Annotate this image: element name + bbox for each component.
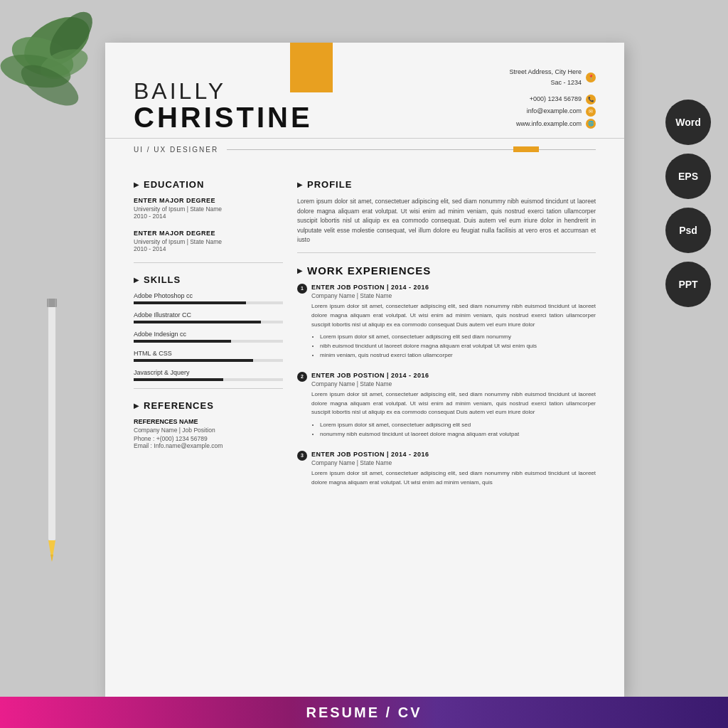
skill-bar-bg-4 xyxy=(134,359,283,362)
name-section: BAILLY CHRISTINE xyxy=(134,64,313,134)
work-bullets-2: Lorem ipsum dolor sit amet, consectetuer… xyxy=(311,421,596,439)
resume-header: BAILLY CHRISTINE Street Address, City He… xyxy=(105,43,624,134)
work-title-3: ENTER JOB POSTION | 2014 - 2016 xyxy=(311,451,596,458)
website-text: www.info.example.com xyxy=(516,119,582,129)
website-row: www.info.example.com 🌐 xyxy=(509,119,596,129)
work-company-2: Company Name | State Name xyxy=(311,380,596,387)
phone-text: +000) 1234 56789 xyxy=(530,94,582,105)
work-bullets-1: Lorem ipsum dolor sit amet, consectetuer… xyxy=(311,333,596,360)
eps-badge[interactable]: EPS xyxy=(665,154,711,199)
skill-name-4: HTML & CSS xyxy=(134,350,283,357)
skill-name-3: Adobe Indesign cc xyxy=(134,331,283,338)
skill-4: HTML & CSS xyxy=(134,350,283,362)
edu-years-2: 2010 - 2014 xyxy=(134,245,283,252)
ref-phone: Phone : +(000) 1234 56789 xyxy=(134,435,283,442)
skill-bar-fill-5 xyxy=(134,378,223,381)
email-icon: ✉ xyxy=(586,107,596,117)
resume-paper: BAILLY CHRISTINE Street Address, City He… xyxy=(105,43,624,697)
ppt-badge[interactable]: PPT xyxy=(665,262,711,307)
skill-bar-fill-3 xyxy=(134,340,231,343)
pencil-decoration xyxy=(41,299,63,569)
email-text: info@example.com xyxy=(527,106,582,117)
bullet-1-3: minim veniam, quis nostrud exerci tation… xyxy=(320,351,596,360)
work-title-1: ENTER JOB POSTION | 2014 - 2016 xyxy=(311,284,596,291)
profile-arrow: ▶ xyxy=(297,181,303,188)
address-line2: Sac - 1234 xyxy=(509,77,582,88)
education-title: EDUCATION xyxy=(144,179,204,190)
bullet-2-1: Lorem ipsum dolor sit amet, consectetuer… xyxy=(320,421,596,430)
references-arrow: ▶ xyxy=(134,402,139,410)
resume-body: ▶ EDUCATION ENTER MAJOR DEGREE Universit… xyxy=(105,161,624,498)
skill-bar-bg-2 xyxy=(134,321,283,323)
edu-entry-2: ENTER MAJOR DEGREE University of Ipsum |… xyxy=(134,230,283,252)
bullet-1-2: nibh euismod tincidunt ut laoreet dolore… xyxy=(320,342,596,351)
ref-company: Company Name | Job Position xyxy=(134,427,283,434)
phone-row: +000) 1234 56789 📞 xyxy=(509,94,596,105)
edu-divider xyxy=(134,262,283,263)
edu-entry-1: ENTER MAJOR DEGREE University of Ipsum |… xyxy=(134,197,283,220)
contact-section: Street Address, City Here Sac - 1234 📍 +… xyxy=(509,67,596,134)
work-title: WORK EXPERIENCES xyxy=(307,264,431,277)
name-first: BAILLY xyxy=(134,78,313,105)
references-header: ▶ REFERENCES xyxy=(134,400,283,411)
email-row: info@example.com ✉ xyxy=(509,106,596,117)
bullet-2-2: nonummy nibh euismod tincidunt ut laoree… xyxy=(320,430,596,439)
work-arrow: ▶ xyxy=(297,267,303,274)
psd-badge[interactable]: Psd xyxy=(665,208,711,253)
title-bar: UI / UX DESIGNER xyxy=(105,138,624,161)
work-entry-2: 2 ENTER JOB POSTION | 2014 - 2016 Compan… xyxy=(297,372,596,439)
title-accent xyxy=(513,146,539,152)
edu-school-1: University of Ipsum | State Name xyxy=(134,205,283,213)
skills-divider xyxy=(134,388,283,389)
skill-bar-fill-4 xyxy=(134,359,253,362)
work-desc-2: Lorem ipsum dolor sit amet, consectetuer… xyxy=(311,390,596,417)
work-company-1: Company Name | State Name xyxy=(311,292,596,299)
skill-name-1: Adobe Photoshop cc xyxy=(134,292,283,299)
edu-degree-1: ENTER MAJOR DEGREE xyxy=(134,197,283,204)
skill-5: Javascript & Jquery xyxy=(134,369,283,381)
profile-divider xyxy=(297,252,596,253)
skill-bar-bg-1 xyxy=(134,301,283,304)
phone-icon: 📞 xyxy=(586,95,596,105)
skill-bar-bg-3 xyxy=(134,340,283,343)
plant-decoration xyxy=(0,0,114,156)
svg-marker-9 xyxy=(50,555,53,562)
profile-header: ▶ PROFILE xyxy=(297,179,596,190)
work-title-2: ENTER JOB POSTION | 2014 - 2016 xyxy=(311,372,596,379)
work-number-3: 3 xyxy=(297,451,307,461)
word-badge[interactable]: Word xyxy=(665,100,711,145)
reference-entry: REFERENCES NAME Company Name | Job Posit… xyxy=(134,418,283,449)
right-column: ▶ PROFILE Lorem ipsum dolor sit amet, co… xyxy=(297,168,596,498)
address-row: Street Address, City Here Sac - 1234 📍 xyxy=(509,67,596,89)
work-desc-1: Lorem ipsum dolor sit amet, consectetuer… xyxy=(311,302,596,329)
work-entry-1: 1 ENTER JOB POSTION | 2014 - 2016 Compan… xyxy=(297,284,596,360)
skill-2: Adobe Illustrator CC xyxy=(134,311,283,323)
skills-title: SKILLS xyxy=(144,274,181,285)
work-number-2: 2 xyxy=(297,372,307,382)
education-arrow: ▶ xyxy=(134,181,139,188)
skill-bar-bg-5 xyxy=(134,378,283,381)
bullet-1-1: Lorem ipsum dolor sit amet, consectetuer… xyxy=(320,333,596,342)
skills-arrow: ▶ xyxy=(134,276,139,284)
job-title: UI / UX DESIGNER xyxy=(134,146,218,154)
profile-title: PROFILE xyxy=(307,179,352,190)
ref-name: REFERENCES NAME xyxy=(134,418,283,425)
work-entry-3: 3 ENTER JOB POSTION | 2014 - 2016 Compan… xyxy=(297,451,596,488)
skill-1: Adobe Photoshop cc xyxy=(134,292,283,304)
ref-email: Email : Info.name@example.com xyxy=(134,442,283,449)
bottom-bar-text: RESUME / CV xyxy=(306,705,422,721)
edu-degree-2: ENTER MAJOR DEGREE xyxy=(134,230,283,237)
skills-header: ▶ SKILLS xyxy=(134,274,283,285)
format-badges: Word EPS Psd PPT xyxy=(665,100,711,307)
skill-bar-fill-1 xyxy=(134,301,246,304)
skill-name-5: Javascript & Jquery xyxy=(134,369,283,376)
edu-school-2: University of Ipsum | State Name xyxy=(134,238,283,245)
work-header: ▶ WORK EXPERIENCES xyxy=(297,264,596,277)
work-company-3: Company Name | State Name xyxy=(311,459,596,466)
left-column: ▶ EDUCATION ENTER MAJOR DEGREE Universit… xyxy=(134,168,283,498)
accent-block xyxy=(290,43,333,92)
address-line1: Street Address, City Here xyxy=(509,67,582,77)
references-title: REFERENCES xyxy=(144,400,214,411)
skill-name-2: Adobe Illustrator CC xyxy=(134,311,283,318)
edu-years-1: 2010 - 2014 xyxy=(134,213,283,220)
